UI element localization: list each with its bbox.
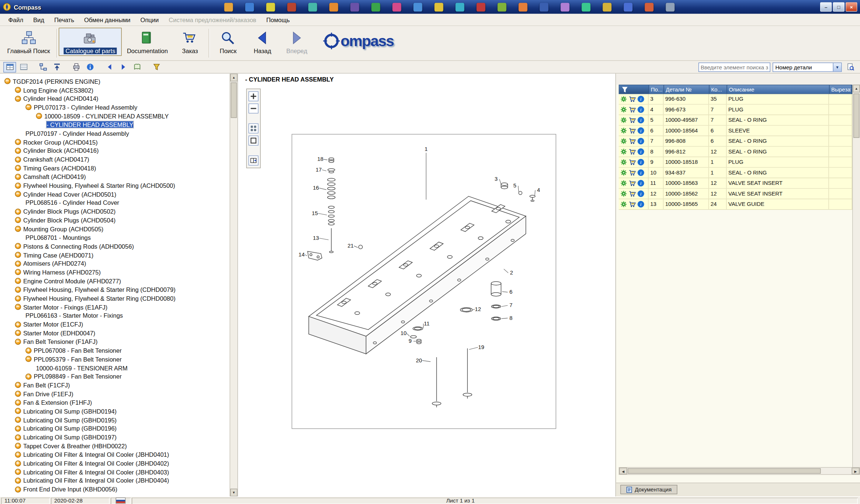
taskbar-icon[interactable] bbox=[455, 3, 464, 11]
tree-item[interactable]: Lubricating Oil Filter & Integral Oil Co… bbox=[0, 476, 230, 485]
scroll-down-icon[interactable]: ▼ bbox=[230, 489, 238, 497]
tree-item[interactable]: 10000-61059 - TENSIONER ARM bbox=[0, 363, 230, 372]
add-to-order-icon[interactable] bbox=[621, 127, 627, 134]
taskbar-icon[interactable] bbox=[371, 3, 380, 11]
parts-row[interactable]: i 11 10000-18563 12 VALVE SEAT INSERT bbox=[619, 178, 852, 189]
add-to-order-icon[interactable] bbox=[621, 190, 627, 197]
cart-icon[interactable] bbox=[629, 190, 636, 197]
parts-row[interactable]: i 13 10000-18565 24 VALVE GUIDE bbox=[619, 199, 852, 210]
tree-item[interactable]: Lubricating Oil Sump (GBHD0195) bbox=[0, 415, 230, 424]
advanced-search-icon[interactable] bbox=[844, 62, 857, 72]
taskbar-icon[interactable] bbox=[266, 3, 275, 11]
cart-icon[interactable] bbox=[629, 169, 636, 176]
taskbar-icon[interactable] bbox=[645, 3, 653, 11]
tree-item[interactable]: PPL068701 - Mountings bbox=[0, 233, 230, 242]
taskbar-icon[interactable] bbox=[581, 3, 590, 11]
taskbar-icon[interactable] bbox=[560, 3, 569, 11]
tree-expand-icon[interactable] bbox=[15, 191, 21, 197]
taskbar-icon[interactable] bbox=[476, 3, 485, 11]
tree-expand-icon[interactable] bbox=[15, 139, 21, 145]
col-quantity[interactable]: Ко... bbox=[709, 85, 727, 94]
chevron-down-icon[interactable]: ▼ bbox=[833, 63, 842, 71]
taskbar-icon[interactable] bbox=[392, 3, 401, 11]
parts-row[interactable]: i 10 934-837 1 SEAL - O RING bbox=[619, 168, 852, 179]
add-to-order-icon[interactable] bbox=[621, 106, 627, 113]
tree-expand-icon[interactable] bbox=[15, 330, 21, 336]
tree-item[interactable]: Pistons & Connecting Rods (ADHD0056) bbox=[0, 242, 230, 251]
tree-item[interactable]: Timing Case (AEHD0071) bbox=[0, 251, 230, 259]
parts-hscrollbar[interactable]: ◀ ▶ bbox=[619, 467, 860, 475]
parts-row[interactable]: i 8 996-812 12 SEAL - O RING bbox=[619, 147, 852, 158]
taskbar-icon[interactable] bbox=[666, 3, 674, 11]
tree-item[interactable]: Lubricating Oil Sump (GBHD0197) bbox=[0, 433, 230, 442]
parts-row[interactable]: i 9 10000-18518 1 PLUG bbox=[619, 157, 852, 168]
tree-expand-icon[interactable] bbox=[36, 113, 42, 119]
tree-expand-icon[interactable] bbox=[15, 321, 21, 328]
taskbar-icon[interactable] bbox=[308, 3, 317, 11]
tree-item[interactable]: PPL068516 - Cylinder Head Cover bbox=[0, 199, 230, 207]
scroll-left-icon[interactable]: ◀ bbox=[619, 468, 627, 474]
parts-row[interactable]: i 12 10000-18562 12 VALVE SEAT INSERT bbox=[619, 189, 852, 200]
tree-expand-icon[interactable] bbox=[25, 347, 32, 353]
nav-back-icon[interactable] bbox=[103, 62, 116, 72]
search-button[interactable]: Поиск bbox=[211, 28, 245, 56]
tree-item[interactable]: Cylinder Head (ACHD0414) bbox=[0, 94, 230, 103]
tree-item[interactable]: Fan Belt Tensioner (F1AFJ) bbox=[0, 337, 230, 346]
add-to-order-icon[interactable] bbox=[621, 169, 627, 176]
tree-expand-icon[interactable] bbox=[25, 356, 32, 362]
tree-item[interactable]: Front End Drive Input (KBHD0056) bbox=[0, 485, 230, 494]
open-book-icon[interactable] bbox=[131, 62, 144, 72]
scroll-right-icon[interactable]: ▶ bbox=[852, 468, 860, 474]
menu-item[interactable]: Обмен данными bbox=[79, 15, 136, 25]
tree-expand-icon[interactable] bbox=[15, 400, 21, 406]
nav-forward-icon[interactable] bbox=[117, 62, 130, 72]
col-description[interactable]: Описание bbox=[727, 85, 830, 94]
add-to-order-icon[interactable] bbox=[621, 148, 627, 155]
zoom-fit-icon[interactable] bbox=[249, 136, 259, 146]
collapse-all-icon[interactable] bbox=[51, 62, 63, 72]
tree-expand-icon[interactable] bbox=[15, 425, 21, 432]
info-icon[interactable]: i bbox=[638, 190, 644, 197]
tree-expand-icon[interactable] bbox=[15, 182, 21, 189]
taskbar-icon[interactable] bbox=[539, 3, 548, 11]
parts-row[interactable]: i 7 996-808 6 SEAL - O RING bbox=[619, 136, 852, 147]
tree-expand-icon[interactable] bbox=[15, 295, 21, 301]
cart-icon[interactable] bbox=[629, 117, 636, 124]
tree-expand-icon[interactable] bbox=[15, 96, 21, 102]
parts-hscrollbar-thumb[interactable] bbox=[628, 468, 821, 474]
info-icon[interactable]: i bbox=[638, 169, 644, 176]
info-icon[interactable] bbox=[84, 62, 97, 72]
maximize-button[interactable]: □ bbox=[833, 2, 845, 12]
status-language[interactable] bbox=[111, 497, 131, 504]
parts-row[interactable]: i 6 10000-18564 6 SLEEVE bbox=[619, 126, 852, 137]
taskbar-icon[interactable] bbox=[434, 3, 443, 11]
tree-item[interactable]: Crankshaft (ACHD0417) bbox=[0, 155, 230, 164]
tree-expand-icon[interactable] bbox=[15, 460, 21, 466]
tree-item[interactable]: Fan Drive (F1EFJ) bbox=[0, 390, 230, 398]
tree-item[interactable]: 10000-18509 - CYLINDER HEAD ASSEMBLY bbox=[0, 112, 230, 121]
cart-icon[interactable] bbox=[629, 106, 636, 113]
tree-item[interactable]: PPL098849 - Fan Belt Tensioner bbox=[0, 372, 230, 381]
tree-expand-icon[interactable] bbox=[15, 469, 21, 475]
tree-item[interactable]: Flywheel Housing, Flywheel & Starter Rin… bbox=[0, 285, 230, 294]
tree-expand-icon[interactable] bbox=[15, 391, 21, 397]
tree-item[interactable]: Engine Control Module (AFHD0277) bbox=[0, 277, 230, 286]
catalogue-button[interactable]: Catalogue of parts bbox=[59, 28, 122, 56]
tree-item[interactable]: Flywheel Housing, Flywheel & Starter Rin… bbox=[0, 294, 230, 303]
cart-icon[interactable] bbox=[629, 138, 636, 145]
tree-item[interactable]: Lubricating Oil Filter & Integral Oil Co… bbox=[0, 450, 230, 459]
tree-expand-icon[interactable] bbox=[15, 339, 21, 345]
tree-expand-icon[interactable] bbox=[15, 174, 21, 180]
tree-item[interactable]: Rocker Group (ACHD0415) bbox=[0, 138, 230, 146]
tree-expand-icon[interactable] bbox=[15, 252, 21, 258]
taskbar-icon[interactable] bbox=[245, 3, 254, 11]
tree-expand-icon[interactable] bbox=[15, 148, 21, 154]
tree-item[interactable]: Atomisers (AFHD0274) bbox=[0, 259, 230, 268]
menu-item[interactable]: Помощь bbox=[261, 15, 295, 25]
tree-expand-icon[interactable] bbox=[15, 243, 21, 249]
cart-icon[interactable] bbox=[629, 201, 636, 208]
tree-scrollbar[interactable]: ▲ ▼ bbox=[230, 74, 238, 497]
pan-split-icon[interactable] bbox=[249, 156, 259, 166]
tree-item[interactable]: Cylinder Block Plugs (ACHD0502) bbox=[0, 207, 230, 216]
tree-expand-icon[interactable] bbox=[15, 208, 21, 215]
